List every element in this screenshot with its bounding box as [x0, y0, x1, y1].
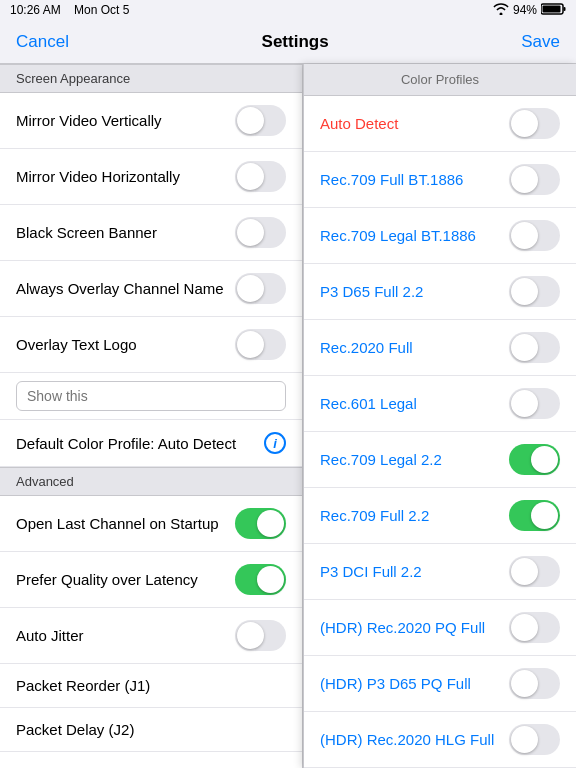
svg-rect-2: [564, 7, 566, 11]
hdr-rec2020-pq-full-toggle[interactable]: [509, 612, 560, 643]
default-color-profile-row: Default Color Profile: Auto Detect i: [0, 420, 302, 467]
list-item: Black Screen Banner: [0, 205, 302, 261]
save-button[interactable]: Save: [521, 32, 560, 52]
open-last-channel-toggle[interactable]: [235, 508, 286, 539]
mirror-video-horizontally-toggle[interactable]: [235, 161, 286, 192]
auto-detect-toggle[interactable]: [509, 108, 560, 139]
list-item: Mirror Video Vertically: [0, 93, 302, 149]
info-icon[interactable]: i: [264, 432, 286, 454]
battery-indicator: 94%: [513, 3, 537, 17]
wifi-icon: [493, 3, 509, 18]
rec709-full22-toggle[interactable]: [509, 500, 560, 531]
black-screen-banner-toggle[interactable]: [235, 217, 286, 248]
list-item: Overlay Text Logo: [0, 317, 302, 373]
color-profiles-header: Color Profiles: [304, 64, 576, 96]
list-item: Mirror Video Horizontally: [0, 149, 302, 205]
settings-panel: Screen Appearance Mirror Video Verticall…: [0, 64, 303, 768]
overlay-text-input-row: [0, 373, 302, 420]
color-profile-rec709-legal22[interactable]: Rec.709 Legal 2.2: [304, 432, 576, 488]
rec709-legal22-toggle[interactable]: [509, 444, 560, 475]
mirror-video-vertically-toggle[interactable]: [235, 105, 286, 136]
list-item: Auto Jitter: [0, 608, 302, 664]
color-profile-p3dci-full22[interactable]: P3 DCI Full 2.2: [304, 544, 576, 600]
section-header-advanced: Advanced: [0, 467, 302, 496]
color-profile-hdr-rec2020-pq-full[interactable]: (HDR) Rec.2020 PQ Full: [304, 600, 576, 656]
rec709-full-bt1886-toggle[interactable]: [509, 164, 560, 195]
list-item: Prefer Quality over Latency: [0, 552, 302, 608]
svg-rect-1: [543, 5, 561, 12]
color-profile-rec709-legal-bt1886[interactable]: Rec.709 Legal BT.1886: [304, 208, 576, 264]
hdr-p3d65-pq-full-toggle[interactable]: [509, 668, 560, 699]
overlay-text-input[interactable]: [16, 381, 286, 411]
color-profile-rec601-legal[interactable]: Rec.601 Legal: [304, 376, 576, 432]
color-profile-rec2020-full[interactable]: Rec.2020 Full: [304, 320, 576, 376]
overlay-text-logo-toggle[interactable]: [235, 329, 286, 360]
color-profile-hdr-p3d65-pq-full[interactable]: (HDR) P3 D65 PQ Full: [304, 656, 576, 712]
cancel-button[interactable]: Cancel: [16, 32, 69, 52]
battery-icon: [541, 3, 566, 18]
always-overlay-channel-name-toggle[interactable]: [235, 273, 286, 304]
hdr-rec2020-hlg-full-toggle[interactable]: [509, 724, 560, 755]
auto-jitter-toggle[interactable]: [235, 620, 286, 651]
rec709-legal-bt1886-toggle[interactable]: [509, 220, 560, 251]
color-profiles-panel: Color Profiles Auto Detect Rec.709 Full …: [303, 64, 576, 768]
av-sync-row: A/V Sync: [0, 752, 302, 768]
status-indicators: 94%: [493, 3, 566, 18]
packet-reorder-row: Packet Reorder (J1): [0, 664, 302, 708]
p3d65-full22-toggle[interactable]: [509, 276, 560, 307]
p3dci-full22-toggle[interactable]: [509, 556, 560, 587]
page-title: Settings: [262, 32, 329, 52]
rec2020-full-toggle[interactable]: [509, 332, 560, 363]
list-item: Open Last Channel on Startup: [0, 496, 302, 552]
section-header-screen-appearance: Screen Appearance: [0, 64, 302, 93]
color-profile-auto-detect[interactable]: Auto Detect: [304, 96, 576, 152]
packet-delay-row: Packet Delay (J2): [0, 708, 302, 752]
status-time: 10:26 AM: [10, 3, 61, 17]
list-item: Always Overlay Channel Name: [0, 261, 302, 317]
prefer-quality-toggle[interactable]: [235, 564, 286, 595]
rec601-legal-toggle[interactable]: [509, 388, 560, 419]
status-date: Mon Oct 5: [74, 3, 129, 17]
color-profile-rec709-full-bt1886[interactable]: Rec.709 Full BT.1886: [304, 152, 576, 208]
nav-bar: Cancel Settings Save: [0, 20, 576, 64]
color-profile-p3d65-full22[interactable]: P3 D65 Full 2.2: [304, 264, 576, 320]
color-profile-rec709-full22[interactable]: Rec.709 Full 2.2: [304, 488, 576, 544]
main-content: Screen Appearance Mirror Video Verticall…: [0, 64, 576, 768]
status-bar: 10:26 AM Mon Oct 5 94%: [0, 0, 576, 20]
status-time-date: 10:26 AM Mon Oct 5: [10, 3, 129, 17]
color-profile-hdr-rec2020-hlg-full[interactable]: (HDR) Rec.2020 HLG Full: [304, 712, 576, 768]
